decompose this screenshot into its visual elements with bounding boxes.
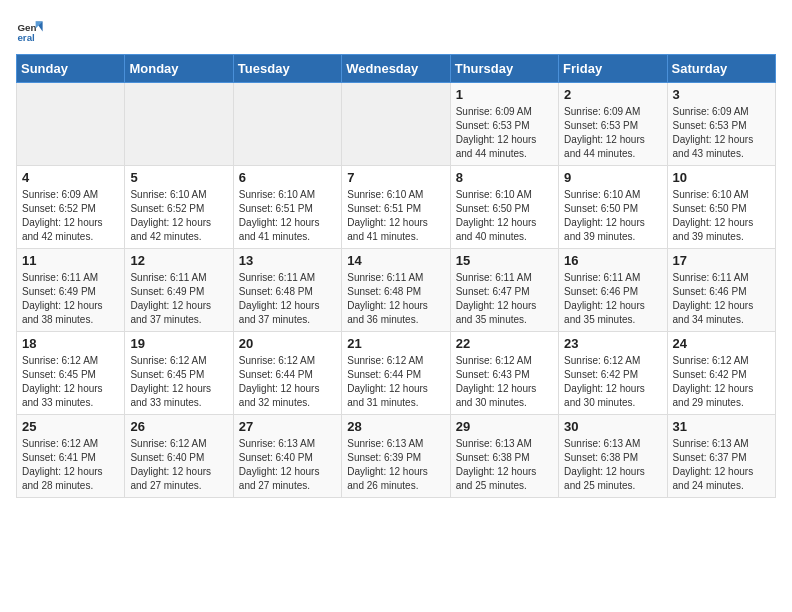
header-day-friday: Friday [559, 55, 667, 83]
calendar-cell: 1Sunrise: 6:09 AM Sunset: 6:53 PM Daylig… [450, 83, 558, 166]
day-info: Sunrise: 6:11 AM Sunset: 6:46 PM Dayligh… [673, 271, 770, 327]
day-number: 22 [456, 336, 553, 351]
day-info: Sunrise: 6:10 AM Sunset: 6:50 PM Dayligh… [564, 188, 661, 244]
calendar-cell: 3Sunrise: 6:09 AM Sunset: 6:53 PM Daylig… [667, 83, 775, 166]
calendar-cell: 23Sunrise: 6:12 AM Sunset: 6:42 PM Dayli… [559, 332, 667, 415]
calendar-cell: 22Sunrise: 6:12 AM Sunset: 6:43 PM Dayli… [450, 332, 558, 415]
day-number: 12 [130, 253, 227, 268]
day-number: 14 [347, 253, 444, 268]
calendar-cell: 19Sunrise: 6:12 AM Sunset: 6:45 PM Dayli… [125, 332, 233, 415]
day-number: 9 [564, 170, 661, 185]
day-info: Sunrise: 6:13 AM Sunset: 6:38 PM Dayligh… [456, 437, 553, 493]
calendar-cell: 13Sunrise: 6:11 AM Sunset: 6:48 PM Dayli… [233, 249, 341, 332]
day-number: 15 [456, 253, 553, 268]
header-day-wednesday: Wednesday [342, 55, 450, 83]
calendar-cell: 2Sunrise: 6:09 AM Sunset: 6:53 PM Daylig… [559, 83, 667, 166]
day-number: 10 [673, 170, 770, 185]
day-info: Sunrise: 6:12 AM Sunset: 6:40 PM Dayligh… [130, 437, 227, 493]
calendar-cell: 16Sunrise: 6:11 AM Sunset: 6:46 PM Dayli… [559, 249, 667, 332]
day-info: Sunrise: 6:12 AM Sunset: 6:41 PM Dayligh… [22, 437, 119, 493]
day-info: Sunrise: 6:09 AM Sunset: 6:53 PM Dayligh… [564, 105, 661, 161]
day-info: Sunrise: 6:12 AM Sunset: 6:43 PM Dayligh… [456, 354, 553, 410]
day-info: Sunrise: 6:11 AM Sunset: 6:47 PM Dayligh… [456, 271, 553, 327]
header-day-saturday: Saturday [667, 55, 775, 83]
day-info: Sunrise: 6:09 AM Sunset: 6:52 PM Dayligh… [22, 188, 119, 244]
day-info: Sunrise: 6:12 AM Sunset: 6:44 PM Dayligh… [239, 354, 336, 410]
day-info: Sunrise: 6:10 AM Sunset: 6:50 PM Dayligh… [673, 188, 770, 244]
day-number: 24 [673, 336, 770, 351]
week-row-5: 25Sunrise: 6:12 AM Sunset: 6:41 PM Dayli… [17, 415, 776, 498]
calendar-cell: 6Sunrise: 6:10 AM Sunset: 6:51 PM Daylig… [233, 166, 341, 249]
calendar-cell: 18Sunrise: 6:12 AM Sunset: 6:45 PM Dayli… [17, 332, 125, 415]
day-number: 3 [673, 87, 770, 102]
week-row-3: 11Sunrise: 6:11 AM Sunset: 6:49 PM Dayli… [17, 249, 776, 332]
day-number: 18 [22, 336, 119, 351]
day-info: Sunrise: 6:13 AM Sunset: 6:40 PM Dayligh… [239, 437, 336, 493]
calendar-cell [125, 83, 233, 166]
day-number: 20 [239, 336, 336, 351]
calendar-cell [342, 83, 450, 166]
day-info: Sunrise: 6:11 AM Sunset: 6:48 PM Dayligh… [239, 271, 336, 327]
day-number: 5 [130, 170, 227, 185]
header-day-tuesday: Tuesday [233, 55, 341, 83]
day-info: Sunrise: 6:09 AM Sunset: 6:53 PM Dayligh… [673, 105, 770, 161]
day-number: 21 [347, 336, 444, 351]
calendar-cell: 31Sunrise: 6:13 AM Sunset: 6:37 PM Dayli… [667, 415, 775, 498]
calendar-cell: 9Sunrise: 6:10 AM Sunset: 6:50 PM Daylig… [559, 166, 667, 249]
day-number: 29 [456, 419, 553, 434]
day-number: 8 [456, 170, 553, 185]
day-info: Sunrise: 6:10 AM Sunset: 6:50 PM Dayligh… [456, 188, 553, 244]
calendar-cell: 24Sunrise: 6:12 AM Sunset: 6:42 PM Dayli… [667, 332, 775, 415]
calendar-cell: 27Sunrise: 6:13 AM Sunset: 6:40 PM Dayli… [233, 415, 341, 498]
day-info: Sunrise: 6:10 AM Sunset: 6:51 PM Dayligh… [239, 188, 336, 244]
header-day-sunday: Sunday [17, 55, 125, 83]
logo: Gen eral [16, 16, 48, 44]
week-row-2: 4Sunrise: 6:09 AM Sunset: 6:52 PM Daylig… [17, 166, 776, 249]
calendar-cell [17, 83, 125, 166]
calendar-cell: 30Sunrise: 6:13 AM Sunset: 6:38 PM Dayli… [559, 415, 667, 498]
calendar-cell: 7Sunrise: 6:10 AM Sunset: 6:51 PM Daylig… [342, 166, 450, 249]
day-info: Sunrise: 6:11 AM Sunset: 6:49 PM Dayligh… [130, 271, 227, 327]
day-number: 4 [22, 170, 119, 185]
day-number: 19 [130, 336, 227, 351]
day-number: 26 [130, 419, 227, 434]
calendar-cell: 25Sunrise: 6:12 AM Sunset: 6:41 PM Dayli… [17, 415, 125, 498]
day-number: 6 [239, 170, 336, 185]
day-info: Sunrise: 6:11 AM Sunset: 6:46 PM Dayligh… [564, 271, 661, 327]
calendar-body: 1Sunrise: 6:09 AM Sunset: 6:53 PM Daylig… [17, 83, 776, 498]
day-info: Sunrise: 6:12 AM Sunset: 6:45 PM Dayligh… [130, 354, 227, 410]
calendar-cell: 14Sunrise: 6:11 AM Sunset: 6:48 PM Dayli… [342, 249, 450, 332]
day-number: 1 [456, 87, 553, 102]
day-number: 31 [673, 419, 770, 434]
day-number: 25 [22, 419, 119, 434]
day-info: Sunrise: 6:10 AM Sunset: 6:51 PM Dayligh… [347, 188, 444, 244]
day-number: 2 [564, 87, 661, 102]
logo-icon: Gen eral [16, 16, 44, 44]
week-row-1: 1Sunrise: 6:09 AM Sunset: 6:53 PM Daylig… [17, 83, 776, 166]
calendar-cell: 10Sunrise: 6:10 AM Sunset: 6:50 PM Dayli… [667, 166, 775, 249]
calendar-cell: 12Sunrise: 6:11 AM Sunset: 6:49 PM Dayli… [125, 249, 233, 332]
header-day-monday: Monday [125, 55, 233, 83]
day-number: 16 [564, 253, 661, 268]
day-info: Sunrise: 6:12 AM Sunset: 6:45 PM Dayligh… [22, 354, 119, 410]
calendar-cell: 17Sunrise: 6:11 AM Sunset: 6:46 PM Dayli… [667, 249, 775, 332]
svg-text:eral: eral [17, 32, 35, 43]
day-number: 23 [564, 336, 661, 351]
calendar-cell: 21Sunrise: 6:12 AM Sunset: 6:44 PM Dayli… [342, 332, 450, 415]
day-info: Sunrise: 6:12 AM Sunset: 6:42 PM Dayligh… [673, 354, 770, 410]
calendar-cell: 11Sunrise: 6:11 AM Sunset: 6:49 PM Dayli… [17, 249, 125, 332]
day-info: Sunrise: 6:12 AM Sunset: 6:42 PM Dayligh… [564, 354, 661, 410]
day-info: Sunrise: 6:11 AM Sunset: 6:48 PM Dayligh… [347, 271, 444, 327]
day-number: 27 [239, 419, 336, 434]
day-info: Sunrise: 6:11 AM Sunset: 6:49 PM Dayligh… [22, 271, 119, 327]
calendar-cell: 8Sunrise: 6:10 AM Sunset: 6:50 PM Daylig… [450, 166, 558, 249]
day-number: 30 [564, 419, 661, 434]
calendar-cell: 28Sunrise: 6:13 AM Sunset: 6:39 PM Dayli… [342, 415, 450, 498]
day-info: Sunrise: 6:09 AM Sunset: 6:53 PM Dayligh… [456, 105, 553, 161]
calendar-cell [233, 83, 341, 166]
day-info: Sunrise: 6:13 AM Sunset: 6:38 PM Dayligh… [564, 437, 661, 493]
day-number: 17 [673, 253, 770, 268]
day-number: 7 [347, 170, 444, 185]
page-header: Gen eral [16, 16, 776, 44]
calendar-cell: 5Sunrise: 6:10 AM Sunset: 6:52 PM Daylig… [125, 166, 233, 249]
